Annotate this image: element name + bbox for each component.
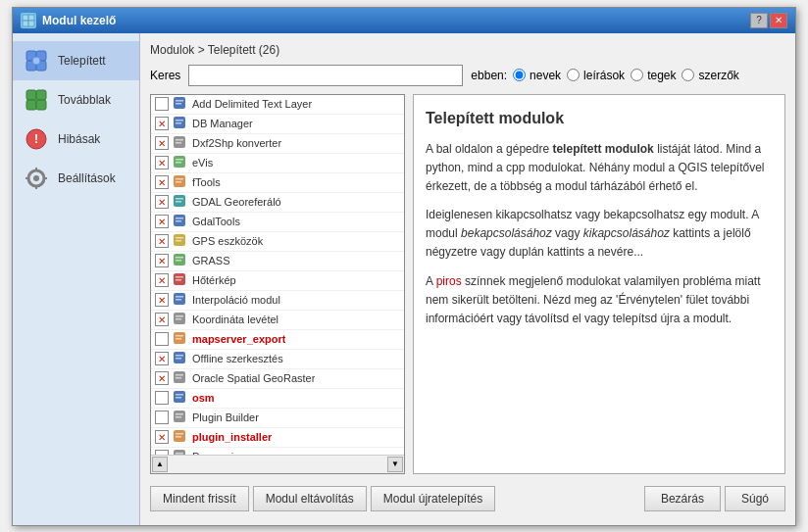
svg-rect-41 [176,220,181,222]
module-icon [173,155,188,170]
bezaras-button[interactable]: Bezárás [644,486,721,511]
info-para-3: A piros színnek megjelenő modulokat vala… [426,272,773,329]
modul-ujratelepites-button[interactable]: Modul újratelepítés [371,486,495,511]
module-checkbox[interactable] [155,313,169,326]
module-checkbox[interactable] [155,391,169,405]
list-item[interactable]: Oracle Spatial GeoRaster [151,369,404,389]
module-checkbox[interactable] [155,215,169,228]
module-checkbox[interactable] [155,156,169,169]
svg-rect-43 [176,237,183,239]
list-item[interactable]: eVis [151,154,404,173]
list-item[interactable]: Interpoláció modul [151,291,404,311]
list-scroll-wrap: Add Delimited Text Layer DB Manager Dxf2… [151,95,404,455]
svg-rect-1 [28,15,34,21]
module-name: GdalTools [192,216,240,227]
list-item[interactable]: GDAL Georeferáló [151,193,404,213]
hibas-icon: ! [23,125,50,153]
svg-rect-10 [36,90,46,100]
list-item[interactable]: DB Manager [151,115,404,134]
svg-rect-64 [176,374,183,376]
svg-rect-11 [26,100,36,110]
list-item[interactable]: Hőtérkép [151,271,404,291]
radio-tegek-input[interactable] [631,69,643,81]
breadcrumb: Modulok > Telepített (26) [150,43,785,57]
help-button[interactable]: ? [750,13,768,28]
close-button[interactable]: ✕ [770,13,787,28]
radio-szerzok[interactable]: szerzők [682,69,738,82]
module-icon [173,96,188,112]
tovabbiak-icon [23,86,50,114]
sidebar-item-hibas[interactable]: ! Hibásak [13,120,139,159]
module-name: Plugin Builder [192,411,259,423]
scroll-up-btn[interactable]: ▲ [152,457,168,472]
module-checkbox[interactable] [155,332,169,346]
module-icon [173,410,188,425]
module-checkbox[interactable] [155,411,169,424]
module-checkbox[interactable] [155,97,169,111]
app-icon [21,13,36,28]
sidebar-item-telepitett[interactable]: Telepített [13,41,139,80]
sidebar-label-tovabbiak: Továbblak [58,93,111,107]
svg-rect-53 [176,299,181,301]
list-item[interactable]: GRASS [151,252,404,271]
svg-rect-44 [176,240,181,242]
svg-rect-9 [26,90,36,100]
list-item[interactable]: Plugin Builder [151,409,404,428]
module-checkbox[interactable] [155,254,169,267]
svg-rect-23 [176,103,181,105]
list-item[interactable]: mapserver_export [151,330,404,350]
radio-szerzok-input[interactable] [682,69,694,81]
mindent-frissit-button[interactable]: Mindent frissít [150,486,249,511]
module-icon [173,351,188,366]
svg-rect-3 [28,21,34,26]
module-checkbox[interactable] [155,195,169,209]
radio-nevek[interactable]: nevek [513,69,561,82]
module-checkbox[interactable] [155,175,169,189]
list-item[interactable]: fTools [151,173,404,193]
radio-leirasok[interactable]: leírások [567,69,625,82]
sugo-button[interactable]: Súgó [725,486,785,511]
list-item[interactable]: osm [151,389,404,409]
list-item[interactable]: plugin_installer [151,428,404,448]
module-checkbox[interactable] [155,352,169,365]
scroll-down-btn[interactable]: ▼ [387,457,403,472]
sidebar-label-telepitett: Telepített [58,54,106,68]
module-checkbox[interactable] [155,136,169,150]
radio-tegek[interactable]: tegek [631,69,676,82]
svg-rect-32 [176,162,181,164]
list-item[interactable]: Add Delimited Text Layer [151,95,404,115]
module-checkbox[interactable] [155,273,169,287]
module-icon [173,135,188,151]
search-input[interactable] [188,65,463,86]
modul-eltavolitas-button[interactable]: Modul eltávolítás [253,486,367,511]
svg-rect-25 [176,120,183,121]
list-item[interactable]: GPS eszközök [151,232,404,252]
sidebar-item-beallitasok[interactable]: Beállítások [13,159,139,198]
list-item[interactable]: Processing [151,448,404,455]
search-label: Keres [150,69,180,82]
radio-nevek-input[interactable] [513,69,526,81]
sidebar: Telepített Továbblak ! [13,33,140,525]
module-checkbox[interactable] [155,234,169,248]
sidebar-item-tovabbiak[interactable]: Továbblak [13,80,139,120]
module-name: DB Manager [192,118,253,129]
module-name: plugin_installer [192,431,272,443]
svg-rect-56 [176,318,181,320]
module-checkbox[interactable] [155,293,169,307]
radio-leirasok-label: leírások [583,69,625,82]
module-checkbox[interactable] [155,371,169,385]
list-item[interactable]: GdalTools [151,213,404,232]
svg-rect-50 [176,279,181,281]
list-item[interactable]: Dxf2Shp konverter [151,134,404,154]
list-item[interactable]: Koordináta levétel [151,311,404,330]
module-checkbox[interactable] [155,430,169,444]
module-name: fTools [192,176,221,188]
radio-leirasok-input[interactable] [567,69,580,81]
module-list[interactable]: Add Delimited Text Layer DB Manager Dxf2… [151,95,404,455]
list-item[interactable]: Offline szerkesztés [151,350,404,369]
module-icon [173,253,188,268]
info-panel: Telepített modulok A bal oldalon a géped… [413,94,785,474]
svg-rect-47 [176,260,181,262]
module-checkbox[interactable] [155,117,169,130]
module-name: Oracle Spatial GeoRaster [192,372,315,384]
